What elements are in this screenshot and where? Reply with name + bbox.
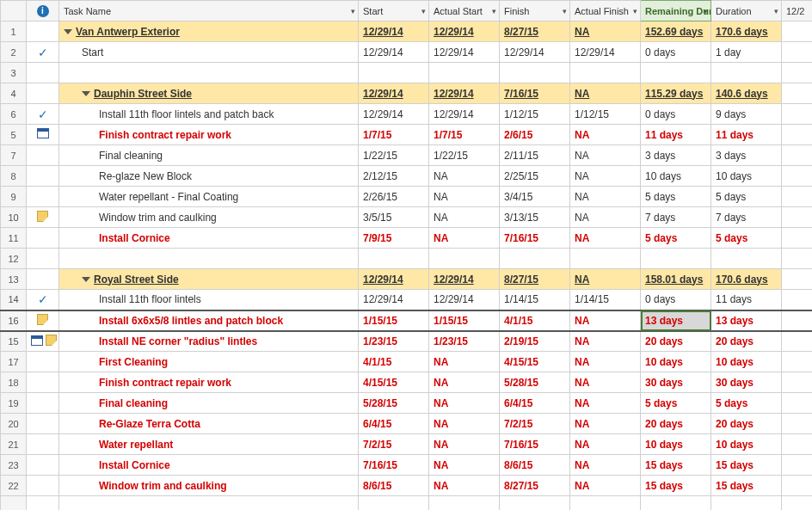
task-name-cell[interactable]: Install NE corner "radius" lintles (59, 331, 359, 352)
actual-start-cell[interactable]: 12/29/14 (429, 269, 500, 290)
start-cell[interactable]: 12/29/14 (359, 22, 429, 42)
task-name-cell[interactable]: Start (59, 42, 359, 63)
row-number[interactable]: 8 (1, 166, 27, 187)
duration-cell[interactable]: 9 days (711, 104, 782, 125)
finish-cell[interactable]: 3/13/15 (500, 207, 570, 228)
task-name-cell[interactable]: Royal Street Side (59, 269, 359, 290)
remaining-duration-cell[interactable]: 10 days (641, 352, 711, 372)
task-name-cell[interactable] (59, 496, 359, 511)
timeline-cell[interactable] (782, 310, 813, 331)
task-name-cell[interactable]: Install 11th floor lintels (59, 290, 359, 310)
timeline-cell[interactable] (782, 125, 813, 145)
actual-start-cell[interactable]: 12/29/14 (429, 22, 500, 42)
table-row[interactable]: 11Install Cornice7/9/15NA7/16/15NA5 days… (1, 228, 813, 249)
start-cell[interactable]: 1/23/15 (359, 331, 429, 352)
duration-cell[interactable]: 1 day (711, 42, 782, 63)
start-cell[interactable]: 7/9/15 (359, 228, 429, 249)
row-number[interactable]: 17 (1, 352, 27, 372)
actual-finish-cell[interactable]: NA (570, 22, 641, 42)
actual-start-cell[interactable]: 12/29/14 (429, 290, 500, 310)
task-name-cell[interactable] (59, 249, 359, 269)
remaining-duration-cell[interactable]: 115.29 days (641, 83, 711, 104)
header-start[interactable]: Start ▾ (359, 1, 429, 22)
table-row[interactable] (1, 496, 813, 511)
actual-start-cell[interactable]: NA (429, 476, 500, 496)
row-number[interactable]: 12 (1, 249, 27, 269)
remaining-duration-cell[interactable]: 15 days (641, 476, 711, 496)
timeline-cell[interactable] (782, 104, 813, 125)
task-name-cell[interactable]: First Cleaning (59, 352, 359, 372)
actual-finish-cell[interactable]: NA (570, 434, 641, 455)
start-cell[interactable]: 12/29/14 (359, 269, 429, 290)
duration-cell[interactable]: 11 days (711, 290, 782, 310)
actual-finish-cell[interactable]: NA (570, 166, 641, 187)
header-duration[interactable]: Duration ▾ (711, 1, 782, 22)
duration-cell[interactable]: 10 days (711, 166, 782, 187)
finish-cell[interactable]: 1/14/15 (500, 290, 570, 310)
remaining-duration-cell[interactable] (641, 249, 711, 269)
actual-start-cell[interactable]: NA (429, 393, 500, 414)
actual-start-cell[interactable]: NA (429, 414, 500, 434)
task-name-cell[interactable]: Install 6x6x5/8 lintles and patch block (59, 310, 359, 331)
finish-cell[interactable]: 2/25/15 (500, 166, 570, 187)
task-name-cell[interactable]: Re-Glaze Terra Cotta (59, 414, 359, 434)
remaining-duration-cell[interactable] (641, 63, 711, 83)
actual-finish-cell[interactable]: NA (570, 310, 641, 331)
duration-cell[interactable]: 5 days (711, 393, 782, 414)
row-number[interactable]: 7 (1, 145, 27, 166)
table-row[interactable]: 10Window trim and caulking3/5/15NA3/13/1… (1, 207, 813, 228)
row-number[interactable]: 15 (1, 331, 27, 352)
remaining-duration-cell[interactable]: 3 days (641, 145, 711, 166)
row-number[interactable]: 5 (1, 125, 27, 145)
actual-finish-cell[interactable]: NA (570, 372, 641, 393)
row-number[interactable]: 4 (1, 83, 27, 104)
task-name-cell[interactable]: Water repellant (59, 434, 359, 455)
row-number[interactable]: 21 (1, 434, 27, 455)
finish-cell[interactable]: 4/1/15 (500, 310, 570, 331)
table-row[interactable]: 19Final cleaning5/28/15NA6/4/15NA5 days5… (1, 393, 813, 414)
start-cell[interactable] (359, 496, 429, 511)
start-cell[interactable] (359, 63, 429, 83)
finish-cell[interactable]: 7/2/15 (500, 414, 570, 434)
remaining-duration-cell[interactable]: 0 days (641, 290, 711, 310)
actual-start-cell[interactable]: 12/29/14 (429, 104, 500, 125)
finish-cell[interactable]: 12/29/14 (500, 42, 570, 63)
timeline-cell[interactable] (782, 207, 813, 228)
timeline-cell[interactable] (782, 290, 813, 310)
collapse-icon[interactable] (82, 91, 90, 96)
task-name-cell[interactable]: Finish contract repair work (59, 372, 359, 393)
start-cell[interactable]: 1/7/15 (359, 125, 429, 145)
collapse-icon[interactable] (82, 277, 90, 282)
table-row[interactable]: 16Install 6x6x5/8 lintles and patch bloc… (1, 310, 813, 331)
start-cell[interactable]: 6/4/15 (359, 414, 429, 434)
duration-cell[interactable] (711, 496, 782, 511)
finish-cell[interactable] (500, 249, 570, 269)
start-cell[interactable]: 5/28/15 (359, 393, 429, 414)
remaining-duration-cell[interactable]: 7 days (641, 207, 711, 228)
timeline-cell[interactable] (782, 393, 813, 414)
start-cell[interactable]: 2/12/15 (359, 166, 429, 187)
finish-cell[interactable]: 7/16/15 (500, 434, 570, 455)
table-row[interactable]: 12 (1, 249, 813, 269)
remaining-duration-cell[interactable]: 5 days (641, 228, 711, 249)
start-cell[interactable]: 7/2/15 (359, 434, 429, 455)
remaining-duration-cell[interactable]: 5 days (641, 393, 711, 414)
dropdown-icon[interactable]: ▾ (633, 7, 637, 15)
row-number[interactable]: 11 (1, 228, 27, 249)
actual-start-cell[interactable]: 12/29/14 (429, 83, 500, 104)
actual-finish-cell[interactable]: NA (570, 455, 641, 476)
actual-finish-cell[interactable]: NA (570, 228, 641, 249)
actual-start-cell[interactable]: 12/29/14 (429, 42, 500, 63)
row-number[interactable]: 20 (1, 414, 27, 434)
header-actual-start[interactable]: Actual Start ▾ (429, 1, 500, 22)
timeline-cell[interactable] (782, 455, 813, 476)
remaining-duration-cell[interactable]: 20 days (641, 414, 711, 434)
header-remaining-duration[interactable]: Remaining Duration ▾ (641, 1, 711, 22)
duration-cell[interactable]: 5 days (711, 187, 782, 207)
actual-start-cell[interactable] (429, 249, 500, 269)
actual-finish-cell[interactable]: 12/29/14 (570, 42, 641, 63)
finish-cell[interactable]: 6/4/15 (500, 393, 570, 414)
actual-start-cell[interactable]: NA (429, 372, 500, 393)
actual-start-cell[interactable]: 1/7/15 (429, 125, 500, 145)
row-number[interactable]: 6 (1, 104, 27, 125)
